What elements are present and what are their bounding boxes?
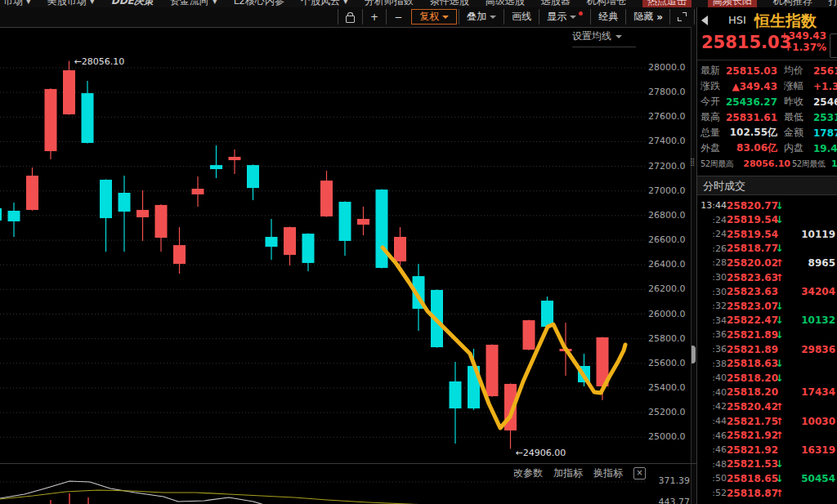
button-label: 经典: [598, 10, 618, 24]
down-arrow-icon: ↓: [774, 200, 785, 212]
drag-handle-icon[interactable]: ⣿: [690, 158, 696, 166]
more-button[interactable]: [830, 33, 837, 58]
quote-value: 25831.61: [725, 112, 777, 123]
sales-row[interactable]: :3025823.6334204: [697, 285, 837, 299]
sales-row[interactable]: 13:4425820.77↓: [697, 198, 837, 212]
sales-row[interactable]: :3425822.47↓10132: [697, 314, 837, 328]
down-arrow-icon: ↓: [774, 372, 785, 384]
add-indicator-button[interactable]: 加指标: [553, 466, 583, 480]
quote-label: 今开: [700, 95, 725, 109]
candle-body: [320, 181, 333, 216]
candle-body: [137, 210, 149, 217]
sales-price: 25818.87: [727, 488, 774, 499]
chart-toolbar: +−复权叠加画线显示经典隐藏»: [0, 7, 696, 28]
sales-time: :50: [697, 473, 727, 484]
back-icon[interactable]: [701, 16, 708, 25]
candle-body: [0, 208, 2, 221]
indicator-yellow-line: [0, 490, 441, 504]
candle-body: [266, 237, 278, 247]
sales-price: 25818.65: [727, 473, 774, 484]
quote-label: 最新: [700, 64, 725, 78]
quote-label: 外盘: [700, 141, 725, 155]
sales-row[interactable]: :4625821.92↑: [697, 429, 837, 443]
overlay-button[interactable]: 叠加: [459, 9, 504, 25]
quote-panel: HSI 恒生指数 25815.03 +349.43 +1.37% 最新25815…: [696, 7, 837, 504]
sales-time: :46: [697, 444, 727, 455]
draw-line-button[interactable]: 画线: [504, 9, 539, 25]
quote-panel-header: HSI 恒生指数: [697, 11, 837, 30]
sales-row[interactable]: :4025818.2017434: [697, 386, 837, 399]
symbol-code: HSI: [728, 14, 746, 26]
display-button[interactable]: 显示: [539, 9, 590, 25]
sales-price: 25818.20: [727, 372, 774, 384]
candle-body: [155, 205, 168, 238]
down-arrow-icon: ↓: [774, 301, 785, 312]
up-arrow-icon: ↑: [774, 416, 785, 427]
sales-row[interactable]: :3625821.8929836: [697, 342, 837, 356]
switch-indicator-button[interactable]: 换指标: [593, 466, 623, 480]
y-axis-label: 27000.0: [648, 185, 685, 196]
sales-time: :30: [697, 272, 727, 283]
sales-volume: 16319: [785, 444, 837, 456]
candle-body: [192, 189, 204, 194]
sales-time: :40: [697, 372, 727, 383]
candle-body: [486, 345, 499, 396]
sales-row[interactable]: :4425821.75↑10030: [697, 414, 837, 428]
down-arrow-icon: ↓: [774, 358, 785, 369]
quote-label: 涨跌: [700, 79, 725, 93]
sales-time: :52: [697, 488, 727, 498]
sales-volume: 29836: [785, 344, 837, 355]
hide-button[interactable]: 隐藏»: [625, 9, 669, 25]
scrollbar-thumb[interactable]: [692, 346, 696, 364]
quote-row: 涨跌▲349.43涨幅+1.3: [697, 78, 837, 94]
sales-row[interactable]: :2825820.02↑8965: [697, 256, 837, 270]
sales-row[interactable]: :3625821.89↓: [697, 328, 837, 341]
sales-row[interactable]: :5025818.65↓50454: [697, 471, 837, 485]
adjust-price-button[interactable]: 复权: [411, 9, 457, 25]
lock-button[interactable]: [338, 9, 362, 25]
y-axis-label: 27200.0: [648, 161, 685, 172]
candle-body: [284, 227, 296, 255]
change-params-button[interactable]: 改参数: [513, 466, 543, 480]
sales-row[interactable]: :4225820.42↑: [697, 399, 837, 413]
symbol-name: 恒生指数: [754, 11, 817, 32]
y-axis-label: 27400.0: [648, 136, 685, 146]
sales-time: :46: [697, 430, 727, 441]
close-indicator-button[interactable]: ×: [633, 467, 646, 479]
sales-row[interactable]: :2625818.77↓: [697, 242, 837, 256]
button-label: −: [394, 11, 402, 23]
sales-price: 25819.54: [727, 214, 774, 225]
sales-row[interactable]: :4025818.20↓: [697, 371, 837, 385]
quote-label: 52周最高: [700, 158, 738, 170]
quote-row: 52周最高28056.1052周最低19260: [697, 156, 837, 172]
sales-row[interactable]: :3025823.63↑: [697, 270, 837, 284]
sales-time: :32: [697, 301, 727, 311]
classic-button[interactable]: 经典: [590, 9, 625, 25]
candlestick-chart[interactable]: ←28056.10←24906.00: [0, 27, 648, 463]
fullscreen-button[interactable]: [669, 9, 695, 25]
sales-row[interactable]: :2425819.5410119: [697, 227, 837, 241]
candle-body: [173, 245, 186, 264]
up-arrow-icon: ↑: [774, 401, 785, 413]
sales-row[interactable]: :5225818.87↑: [697, 486, 837, 500]
time-sales-list[interactable]: 13:4425820.77↓:2425819.54↓:2425819.54101…: [697, 196, 837, 504]
sales-price: 25821.53: [727, 458, 774, 470]
quote-value: 19.4: [813, 143, 837, 154]
candle-body: [523, 320, 535, 350]
candle-body: [63, 70, 75, 114]
button-label: 画线: [512, 10, 531, 24]
sales-row[interactable]: :4825821.53↓: [697, 457, 837, 471]
sales-time: 13:44: [697, 200, 727, 211]
indicator-white-line: [0, 481, 272, 504]
zoom-in-button[interactable]: +: [362, 9, 386, 25]
sales-price: 25820.42: [727, 401, 774, 413]
button-label: 隐藏: [633, 10, 653, 24]
down-arrow-icon: ↓: [774, 329, 785, 341]
sales-row[interactable]: :3825818.63↓: [697, 357, 837, 371]
zoom-out-button[interactable]: −: [386, 9, 410, 25]
sales-row[interactable]: :3225823.07↓: [697, 299, 837, 313]
y-axis-label: 28000.0: [648, 62, 685, 73]
sales-row[interactable]: :2425819.54↓: [697, 213, 837, 227]
sales-row[interactable]: :4625821.9216319: [697, 443, 837, 457]
notification-dot-icon: [579, 11, 583, 16]
